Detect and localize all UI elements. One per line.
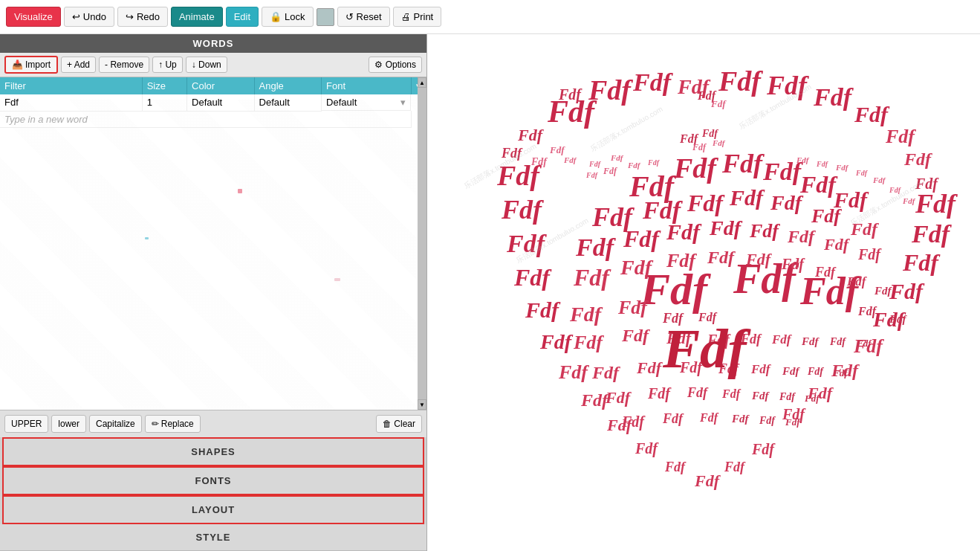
- color-swatch[interactable]: [317, 8, 334, 26]
- reset-button[interactable]: ↺ Reset: [337, 7, 390, 27]
- upper-button[interactable]: UPPER: [4, 415, 48, 433]
- svg-text:Fdf: Fdf: [635, 440, 659, 457]
- svg-text:Fdf: Fdf: [588, 160, 602, 168]
- svg-text:Fdf: Fdf: [832, 367, 848, 378]
- import-button[interactable]: 📥 Import: [4, 56, 58, 74]
- svg-text:Fdf: Fdf: [855, 169, 869, 177]
- cell-font: Default ▾: [322, 94, 411, 111]
- add-button[interactable]: + Add: [61, 57, 96, 73]
- clear-button[interactable]: 🗑 Clear: [376, 415, 422, 433]
- svg-text:Fdf: Fdf: [813, 83, 854, 111]
- svg-text:Fdf: Fdf: [829, 336, 846, 347]
- scrollbar-down[interactable]: ▼: [418, 399, 426, 410]
- svg-text:Fdf: Fdf: [903, 149, 932, 169]
- remove-button[interactable]: - Remove: [99, 57, 149, 73]
- edit-button[interactable]: Edit: [226, 7, 259, 27]
- animate-button[interactable]: Animate: [171, 7, 223, 27]
- menu-section: SHAPES FONTS LAYOUT STYLE: [0, 437, 426, 551]
- svg-text:Fdf: Fdf: [662, 411, 684, 426]
- col-size[interactable]: Size: [142, 77, 186, 94]
- svg-text:Fdf: Fdf: [759, 415, 776, 426]
- svg-text:Fdf: Fdf: [872, 175, 886, 184]
- accent-dot-3: [334, 278, 340, 281]
- svg-text:Fdf: Fdf: [885, 126, 916, 147]
- svg-text:Fdf: Fdf: [731, 413, 750, 425]
- capitalize-button[interactable]: Capitalize: [89, 415, 142, 433]
- svg-text:Fdf: Fdf: [517, 126, 545, 144]
- svg-text:Fdf: Fdf: [779, 391, 796, 402]
- svg-text:Fdf: Fdf: [709, 216, 743, 239]
- svg-text:Fdf: Fdf: [694, 471, 721, 490]
- menu-item-layout[interactable]: LAYOUT: [2, 495, 424, 524]
- new-word-input[interactable]: Type in a new word: [0, 111, 411, 127]
- main-layout: WORDS 📥 Import + Add - Remove ↑ Up ↓ Dow…: [0, 34, 980, 551]
- svg-text:Fdf: Fdf: [573, 264, 611, 291]
- svg-text:Fdf: Fdf: [501, 195, 544, 225]
- svg-text:Fdf: Fdf: [636, 358, 663, 377]
- svg-text:Fdf: Fdf: [617, 297, 649, 318]
- svg-text:Fdf: Fdf: [857, 246, 882, 263]
- lock-button[interactable]: 🔒 Lock: [262, 7, 313, 27]
- undo-button[interactable]: ↩ Undo: [64, 7, 114, 27]
- svg-text:Fdf: Fdf: [745, 250, 773, 268]
- svg-text:Fdf: Fdf: [687, 190, 725, 216]
- svg-text:Fdf: Fdf: [647, 158, 661, 167]
- scrollbar-thumb[interactable]: [418, 88, 426, 399]
- svg-text:Fdf: Fdf: [710, 98, 727, 109]
- options-button[interactable]: ⚙ Options: [369, 57, 422, 73]
- lower-button[interactable]: lower: [51, 415, 86, 433]
- svg-text:Fdf: Fdf: [621, 413, 646, 431]
- svg-text:Fdf: Fdf: [605, 388, 632, 407]
- svg-text:Fdf: Fdf: [558, 86, 583, 103]
- svg-text:Fdf: Fdf: [701, 128, 718, 139]
- redo-button[interactable]: ↪ Redo: [117, 7, 168, 27]
- scrollbar-track[interactable]: ▲ ▼: [418, 77, 426, 410]
- svg-text:Fdf: Fdf: [699, 411, 719, 425]
- col-color[interactable]: Color: [187, 77, 255, 94]
- table-row[interactable]: Fdf 1 Default Default Default ▾: [0, 94, 426, 111]
- svg-text:Fdf: Fdf: [588, 74, 633, 106]
- svg-text:Fdf: Fdf: [750, 362, 772, 376]
- replace-button[interactable]: ✏ Replace: [145, 415, 201, 433]
- col-angle[interactable]: Angle: [254, 77, 322, 94]
- svg-text:Fdf: Fdf: [889, 279, 925, 303]
- svg-text:Fdf: Fdf: [575, 233, 617, 261]
- undo-icon: ↩: [72, 11, 80, 22]
- col-filter[interactable]: Filter: [0, 77, 142, 94]
- menu-item-fonts[interactable]: FONTS: [2, 466, 424, 495]
- svg-text:Fdf: Fdf: [610, 153, 624, 162]
- menu-item-style[interactable]: STYLE: [0, 524, 426, 551]
- svg-text:Fdf: Fdf: [857, 305, 877, 318]
- svg-text:Fdf: Fdf: [721, 387, 742, 401]
- svg-text:Fdf: Fdf: [549, 144, 565, 155]
- svg-text:Fdf: Fdf: [558, 361, 589, 383]
- words-table-container: Filter Size Color Angle Font ▾ Fdf 1 Def…: [0, 77, 426, 410]
- svg-text:Fdf: Fdf: [787, 227, 816, 246]
- svg-text:乐活部落x.tombuluo.com: 乐活部落x.tombuluo.com: [589, 104, 664, 152]
- svg-text:Fdf: Fdf: [632, 68, 674, 96]
- down-button[interactable]: ↓ Down: [186, 57, 227, 73]
- new-word-row[interactable]: Type in a new word: [0, 111, 426, 127]
- accent-dot-2: [145, 237, 149, 239]
- right-panel: .fdf-large { font-family: Georgia, 'Time…: [427, 34, 980, 551]
- scrollbar-up[interactable]: ▲: [418, 77, 426, 88]
- svg-text:Fdf: Fdf: [781, 256, 805, 273]
- svg-text:Fdf: Fdf: [814, 265, 837, 280]
- svg-text:Fdf: Fdf: [724, 460, 746, 474]
- svg-text:Fdf: Fdf: [854, 102, 890, 126]
- svg-text:Fdf: Fdf: [801, 335, 820, 347]
- col-font[interactable]: Font: [322, 77, 412, 94]
- up-button[interactable]: ↑ Up: [152, 57, 183, 73]
- words-bottom-toolbar: UPPER lower Capitalize ✏ Replace 🗑 Clear: [0, 410, 426, 437]
- print-button[interactable]: 🖨 Print: [393, 7, 442, 27]
- visualize-button[interactable]: Visualize: [6, 7, 61, 27]
- svg-text:Fdf: Fdf: [799, 171, 838, 198]
- svg-text:Fdf: Fdf: [585, 171, 599, 179]
- svg-text:Fdf: Fdf: [673, 152, 718, 184]
- svg-text:Fdf: Fdf: [749, 220, 780, 242]
- cell-angle: Default: [254, 94, 322, 111]
- menu-item-shapes[interactable]: SHAPES: [2, 437, 424, 466]
- trash-icon: 🗑: [383, 419, 392, 429]
- svg-text:Fdf: Fdf: [664, 460, 687, 474]
- print-icon: 🖨: [401, 11, 411, 22]
